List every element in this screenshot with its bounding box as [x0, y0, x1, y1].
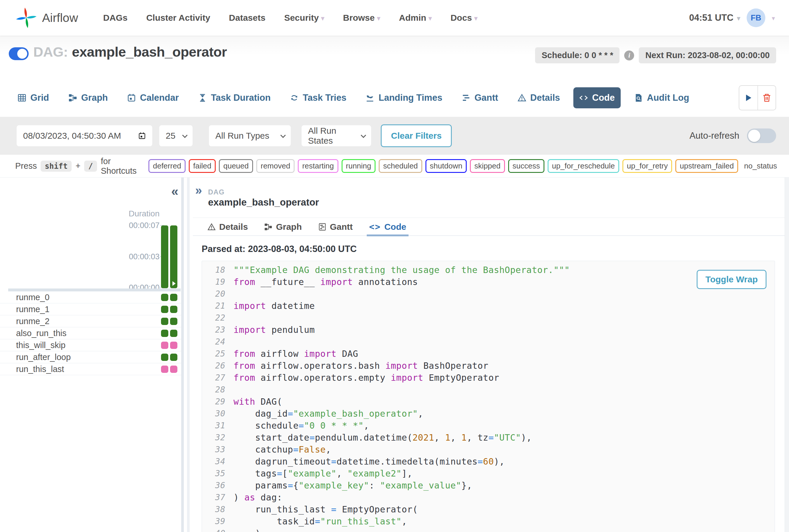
nav-item-docs[interactable]: Docs▾	[451, 13, 477, 23]
legend-badge-removed[interactable]: removed	[256, 159, 295, 173]
avatar[interactable]: FB	[747, 8, 765, 27]
audit-log-icon	[634, 93, 643, 102]
nav-item-admin[interactable]: Admin▾	[399, 13, 432, 23]
legend-badge-deferred[interactable]: deferred	[148, 159, 186, 173]
task-name[interactable]: this_will_skip	[16, 340, 66, 350]
scrollbar[interactable]	[785, 177, 789, 532]
task-instance-skipped[interactable]	[170, 342, 177, 349]
task-instance-success[interactable]	[170, 318, 177, 325]
toggle-knob	[748, 130, 760, 142]
task-instance-success[interactable]	[170, 330, 177, 337]
clock-dropdown[interactable]: 04:51 UTC▾	[689, 13, 740, 23]
task-instance-skipped[interactable]	[161, 342, 168, 349]
expand-panel-icon[interactable]: »	[195, 183, 202, 197]
code-line-32: 32 start_date=pendulum.datetime(2021, 1,…	[205, 432, 775, 443]
gantt-icon	[462, 93, 471, 102]
tab-task-duration[interactable]: Task Duration	[192, 87, 276, 108]
run-states-select[interactable]: All Run States	[301, 125, 371, 146]
task-instance-success[interactable]	[170, 306, 177, 313]
legend-badge-skipped[interactable]: skipped	[470, 159, 505, 173]
tab-gantt[interactable]: Gantt	[456, 87, 504, 108]
nav-item-security[interactable]: Security▾	[284, 13, 324, 23]
code-text: import datetime	[234, 300, 315, 312]
toggle-wrap-button[interactable]: Toggle Wrap	[697, 270, 767, 289]
duration-axis-label: Duration	[129, 209, 160, 218]
task-name[interactable]: runme_2	[16, 317, 49, 326]
chevron-down-icon	[182, 133, 187, 138]
nav-item-cluster-activity[interactable]: Cluster Activity	[146, 13, 210, 23]
airflow-brand[interactable]: Airflow	[15, 7, 78, 29]
task-instance-success[interactable]	[161, 318, 168, 325]
legend-badge-up_for_retry[interactable]: up_for_retry	[622, 159, 672, 173]
date-filter-input[interactable]: 08/03/2023, 04:50:30 AM	[17, 125, 152, 146]
tab-details[interactable]: Details	[512, 87, 566, 108]
dag-run-bar[interactable]	[170, 225, 177, 288]
task-instance-success[interactable]	[161, 330, 168, 337]
legend-badge-running[interactable]: running	[342, 159, 376, 173]
task-name[interactable]: also_run_this	[16, 328, 67, 338]
tab-landing-times[interactable]: Landing Times	[360, 87, 448, 108]
delete-dag-button[interactable]	[757, 86, 775, 110]
panel-divider[interactable]	[181, 177, 184, 532]
tab-graph[interactable]: Graph	[264, 218, 301, 235]
line-number: 36	[205, 479, 225, 491]
dag-run-bar[interactable]	[161, 225, 168, 288]
task-name[interactable]: run_after_loop	[16, 353, 71, 362]
legend-badge-failed[interactable]: failed	[189, 159, 216, 173]
line-number: 18	[205, 264, 225, 276]
tab-code[interactable]: Code	[573, 87, 621, 108]
nav-item-datasets[interactable]: Datasets	[229, 13, 265, 23]
legend-badge-restarting[interactable]: restarting	[298, 159, 338, 173]
legend-badge-up_for_reschedule[interactable]: up_for_reschedule	[548, 159, 619, 173]
legend-badge-success[interactable]: success	[508, 159, 545, 173]
dag-pause-toggle[interactable]	[9, 47, 29, 60]
code-line-24: 24	[205, 336, 775, 348]
info-icon[interactable]: i	[624, 51, 634, 60]
tab-details[interactable]: Details	[207, 218, 248, 235]
collapse-panel-icon[interactable]: «	[171, 184, 178, 198]
nav-item-dags[interactable]: DAGs	[103, 13, 127, 23]
code-text: ) as dag:	[234, 491, 282, 504]
tab-audit-log[interactable]: Audit Log	[628, 87, 695, 108]
caret-down-icon: ▾	[474, 15, 477, 22]
panel-divider-handle[interactable]	[187, 177, 190, 532]
code-text: with DAG(	[234, 396, 282, 407]
run-types-select[interactable]: All Run Types	[209, 125, 291, 146]
tab-grid[interactable]: Grid	[12, 87, 55, 108]
auto-refresh-toggle[interactable]	[747, 129, 776, 143]
axis-tick: 00:00:07	[129, 221, 160, 230]
caret-down-icon[interactable]: ▾	[772, 15, 775, 22]
page-size-select[interactable]: 25	[159, 125, 192, 146]
trigger-dag-button[interactable]	[739, 86, 757, 110]
task-instance-success[interactable]	[161, 306, 168, 313]
nav-item-browse[interactable]: Browse▾	[343, 13, 380, 23]
clear-filters-button[interactable]: Clear Filters	[381, 125, 452, 147]
tab-code[interactable]: <> Code	[369, 218, 406, 235]
hourglass-icon	[198, 93, 207, 102]
code-text: from airflow import DAG	[234, 348, 358, 360]
task-instance-success[interactable]	[170, 294, 177, 301]
task-name[interactable]: run_this_last	[16, 364, 64, 374]
tab-gantt[interactable]: Gantt	[318, 218, 353, 235]
task-instance-skipped[interactable]	[161, 365, 168, 373]
legend-badge-upstream_failed[interactable]: upstream_failed	[675, 159, 738, 173]
legend-badge-shutdown[interactable]: shutdown	[425, 159, 467, 173]
legend-badge-scheduled[interactable]: scheduled	[379, 159, 422, 173]
tab-calendar[interactable]: Calendar	[121, 87, 185, 108]
tab-graph[interactable]: Graph	[62, 87, 114, 108]
calendar-icon	[127, 93, 136, 102]
task-instance-success[interactable]	[170, 354, 177, 361]
legend-badge-queued[interactable]: queued	[219, 159, 253, 173]
task-instance-skipped[interactable]	[170, 365, 177, 373]
task-instance-success[interactable]	[161, 294, 168, 301]
line-number: 30	[205, 407, 225, 420]
task-name[interactable]: runme_0	[16, 292, 49, 302]
line-number: 40	[205, 527, 225, 532]
task-instance-success[interactable]	[161, 354, 168, 361]
code-text: # under the License.	[234, 261, 342, 264]
legend-badge-no_status[interactable]: no_status	[741, 159, 778, 173]
task-name[interactable]: runme_1	[16, 305, 49, 314]
tab-task-tries[interactable]: Task Tries	[284, 87, 352, 108]
code-text: from airflow.operators.empty import Empt…	[234, 372, 499, 384]
code-line-37: 37) as dag:	[205, 491, 775, 504]
